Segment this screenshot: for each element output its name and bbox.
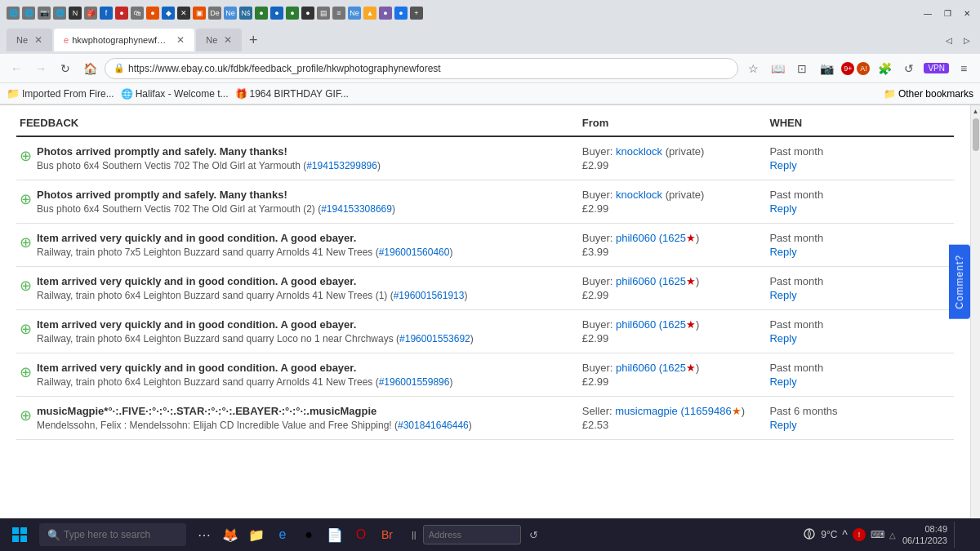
- from-name-link-1[interactable]: knocklock: [616, 189, 662, 201]
- reply-link-3[interactable]: Reply: [769, 289, 947, 301]
- reply-link-0[interactable]: Reply: [769, 159, 947, 171]
- minimize-button[interactable]: —: [921, 7, 934, 20]
- feedback-item-link-3[interactable]: #196001561913: [394, 290, 465, 301]
- favicon-globe1[interactable]: 🌐: [7, 7, 20, 20]
- tab-scroll-left[interactable]: ◁: [942, 33, 956, 47]
- from-rating-link-5[interactable]: (1625: [659, 362, 686, 374]
- favicon-fb[interactable]: f: [100, 7, 113, 20]
- tab-inactive-1[interactable]: Ne ✕: [7, 29, 52, 51]
- favicon-gray3[interactable]: ●: [379, 7, 392, 20]
- menu-button[interactable]: ≡: [954, 59, 973, 78]
- feedback-item-link-0[interactable]: #194153299896: [306, 160, 377, 171]
- taskbar-app-notepad[interactable]: 📄: [323, 523, 346, 546]
- favicon-yellow1[interactable]: ▲: [363, 7, 376, 20]
- taskbar-app-chrome[interactable]: ●: [297, 523, 320, 546]
- favicon-red1[interactable]: ●: [115, 7, 128, 20]
- scroll-up-arrow[interactable]: ▲: [972, 107, 980, 115]
- tab-scroll-right[interactable]: ▷: [960, 33, 973, 47]
- favicon-globe3[interactable]: 🌐: [53, 7, 66, 20]
- forward-button[interactable]: →: [31, 59, 51, 78]
- favicon-globe2[interactable]: 🌐: [22, 7, 35, 20]
- favicon-dark4[interactable]: ●: [301, 7, 314, 20]
- taskbar-search-box[interactable]: 🔍: [39, 523, 186, 546]
- taskbar-app-firefox[interactable]: 🦊: [219, 523, 242, 546]
- taskbar-app-opera[interactable]: O: [350, 523, 372, 546]
- favicon-orange1[interactable]: ●: [146, 7, 159, 20]
- scroll-thumb[interactable]: [973, 118, 979, 151]
- feedback-item-link-1[interactable]: #194153308669: [321, 203, 392, 215]
- favicon-gray1[interactable]: ▤: [317, 7, 330, 20]
- favicon-ne2[interactable]: Ne: [348, 7, 361, 20]
- address-input[interactable]: [423, 525, 521, 544]
- other-bookmarks[interactable]: 📁 Other bookmarks: [884, 88, 973, 100]
- split-view-button[interactable]: ⊡: [792, 59, 812, 78]
- reply-link-4[interactable]: Reply: [769, 332, 947, 344]
- favicon-bag[interactable]: 🎒: [84, 7, 97, 20]
- from-name-link-5[interactable]: phil6060: [616, 362, 656, 374]
- favicon-ns[interactable]: Nś: [239, 7, 252, 20]
- favicon-blue3[interactable]: ●: [270, 7, 283, 20]
- reply-link-6[interactable]: Reply: [769, 419, 947, 431]
- home-button[interactable]: 🏠: [80, 59, 100, 78]
- restore-button[interactable]: ❐: [941, 7, 954, 20]
- back-button[interactable]: ←: [7, 59, 26, 78]
- network-icon[interactable]: [803, 527, 816, 543]
- address-bar[interactable]: 🔒 https://www.ebay.co.uk/fdbk/feedback_p…: [105, 58, 738, 79]
- tab-inactive-2[interactable]: Ne ✕: [196, 29, 242, 51]
- tab-active[interactable]: e hkwphotographynewforest... ✕: [54, 29, 194, 51]
- from-name-link-4[interactable]: phil6060: [616, 318, 656, 331]
- favicon-green1[interactable]: ●: [255, 7, 268, 20]
- favicon-camera[interactable]: 📷: [38, 7, 51, 20]
- from-name-link-2[interactable]: phil6060: [616, 232, 656, 244]
- close-button[interactable]: ✕: [960, 7, 973, 20]
- feedback-item-link-5[interactable]: #196001559896: [379, 376, 450, 388]
- sync-button[interactable]: ↺: [899, 59, 919, 78]
- comment-button[interactable]: Comment?: [949, 245, 970, 319]
- favicon-dark3[interactable]: De: [208, 7, 221, 20]
- taskbar-app-ie[interactable]: e: [271, 523, 294, 546]
- show-desktop-button[interactable]: [954, 522, 973, 548]
- from-rating-link-4[interactable]: (1625: [659, 318, 686, 331]
- tab-close-2[interactable]: ✕: [224, 34, 232, 46]
- feedback-item-link-6[interactable]: #301841646446: [398, 420, 469, 431]
- favicon-orange2[interactable]: ▣: [193, 7, 206, 20]
- feedback-item-link-4[interactable]: #196001553692: [399, 333, 470, 344]
- new-tab-button[interactable]: +: [243, 30, 263, 50]
- notif-badge-2[interactable]: A!: [857, 62, 870, 75]
- address-go-button[interactable]: ↺: [524, 525, 544, 544]
- favicon-plus[interactable]: +: [410, 7, 423, 20]
- reply-link-1[interactable]: Reply: [769, 202, 947, 215]
- tab-close-1[interactable]: ✕: [34, 34, 42, 46]
- chevron-up-icon[interactable]: ^: [842, 528, 848, 541]
- from-rating-link-6[interactable]: (11659486: [680, 405, 731, 417]
- from-rating-link-2[interactable]: (1625: [659, 232, 686, 244]
- favicon-ne[interactable]: Ne: [224, 7, 237, 20]
- notif-badge-1[interactable]: 9+: [841, 62, 854, 75]
- from-rating-link-3[interactable]: (1625: [659, 275, 686, 287]
- bookmark-halifax[interactable]: 🌐 Halifax - Welcome t...: [121, 88, 229, 100]
- favicon-gray2[interactable]: ≡: [332, 7, 345, 20]
- taskbar-notif-badge[interactable]: !: [853, 528, 866, 541]
- reply-link-5[interactable]: Reply: [769, 375, 947, 388]
- reader-mode-button[interactable]: 📖: [768, 59, 787, 78]
- reply-link-2[interactable]: Reply: [769, 246, 947, 258]
- from-name-link-6[interactable]: musicmagpie: [615, 405, 678, 417]
- favicon-gray4[interactable]: ●: [394, 7, 408, 20]
- bookmark-birthday[interactable]: 🎁 1964 BIRTHDAY GIF...: [235, 88, 349, 100]
- favicon-dark1[interactable]: N: [69, 7, 82, 20]
- favicon-shop[interactable]: 🛍: [131, 7, 144, 20]
- taskbar-search-input[interactable]: [64, 529, 178, 540]
- scrollbar[interactable]: ▲ ▼: [970, 105, 980, 550]
- favicon-blue2[interactable]: ◆: [162, 7, 175, 20]
- bookmark-imported[interactable]: 📁 Imported From Fire...: [7, 87, 114, 100]
- taskbar-app-folder[interactable]: 📁: [245, 523, 268, 546]
- extensions-button[interactable]: 🧩: [875, 59, 894, 78]
- taskbar-app-brave[interactable]: Br: [376, 523, 399, 546]
- tab-close-active[interactable]: ✕: [176, 34, 185, 46]
- bookmark-star-button[interactable]: ☆: [743, 59, 763, 78]
- from-name-link-0[interactable]: knocklock: [616, 145, 662, 158]
- start-button[interactable]: [7, 522, 33, 548]
- favicon-green2[interactable]: ●: [286, 7, 299, 20]
- taskbar-app-dots[interactable]: ⋯: [193, 523, 216, 546]
- feedback-item-link-2[interactable]: #196001560460: [379, 247, 450, 258]
